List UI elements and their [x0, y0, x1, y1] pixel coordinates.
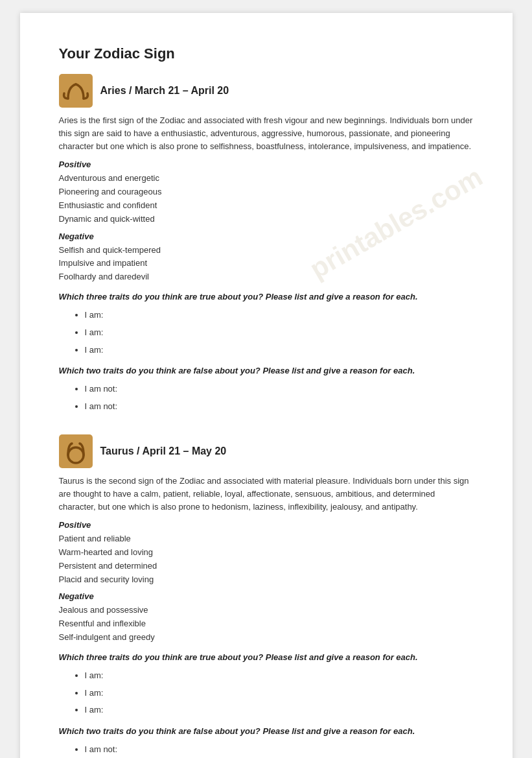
aries-question1: Which three traits do you think are true…: [59, 290, 474, 303]
taurus-negative-traits: Jealous and possessive Resentful and inf…: [59, 604, 474, 644]
trait-item: Patient and reliable: [59, 532, 474, 546]
trait-item: Jealous and possessive: [59, 604, 474, 617]
aries-header: Aries / March 21 – April 20: [59, 74, 474, 108]
aries-symbol-icon: [59, 74, 93, 108]
trait-item: Pioneering and courageous: [59, 185, 474, 199]
list-item: I am:: [85, 307, 474, 324]
aries-section: Aries / March 21 – April 20 Aries is the…: [59, 74, 474, 415]
trait-item: Self-indulgent and greedy: [59, 631, 474, 645]
trait-item: Foolhardy and daredevil: [59, 270, 474, 284]
trait-item: Resentful and inflexible: [59, 617, 474, 631]
aries-description: Aries is the first sign of the Zodiac an…: [59, 114, 474, 153]
taurus-true-answers: I am: I am: I am:: [59, 668, 474, 718]
aries-positive-traits: Adventurous and energetic Pioneering and…: [59, 172, 474, 226]
page: Your Zodiac Sign: [20, 13, 513, 758]
aries-negative-label: Negative: [59, 231, 474, 241]
aries-positive-label: Positive: [59, 160, 474, 169]
trait-item: Selfish and quick-tempered: [59, 244, 474, 257]
aries-question2: Which two traits do you think are false …: [59, 364, 474, 377]
trait-item: Warm-hearted and loving: [59, 546, 474, 560]
list-item: I am:: [85, 702, 474, 718]
trait-item: Impulsive and impatient: [59, 257, 474, 270]
list-item: I am:: [85, 685, 474, 702]
taurus-negative-label: Negative: [59, 591, 474, 601]
taurus-section: Taurus / April 21 – May 20 Taurus is the…: [59, 434, 474, 758]
taurus-positive-label: Positive: [59, 520, 474, 530]
trait-item: Dynamic and quick-witted: [59, 213, 474, 226]
taurus-positive-traits: Patient and reliable Warm-hearted and lo…: [59, 532, 474, 586]
aries-name: Aries / March 21 – April 20: [100, 85, 229, 97]
list-item: I am:: [85, 668, 474, 684]
trait-item: Persistent and determined: [59, 560, 474, 573]
taurus-question1: Which three traits do you think are true…: [59, 651, 474, 664]
trait-item: Enthusiastic and confident: [59, 199, 474, 213]
taurus-description: Taurus is the second sign of the Zodiac …: [59, 475, 474, 514]
list-item: I am:: [85, 325, 474, 341]
taurus-header: Taurus / April 21 – May 20: [59, 434, 474, 468]
svg-rect-0: [59, 74, 93, 108]
taurus-question2: Which two traits do you think are false …: [59, 725, 474, 738]
taurus-name: Taurus / April 21 – May 20: [100, 445, 227, 457]
trait-item: Placid and security loving: [59, 573, 474, 587]
list-item: I am not:: [85, 742, 474, 758]
aries-true-answers: I am: I am: I am:: [59, 307, 474, 358]
taurus-false-answers: I am not: I am not:: [59, 742, 474, 758]
aries-negative-traits: Selfish and quick-tempered Impulsive and…: [59, 244, 474, 284]
trait-item: Adventurous and energetic: [59, 172, 474, 185]
aries-false-answers: I am not: I am not:: [59, 381, 474, 414]
page-title: Your Zodiac Sign: [59, 45, 474, 62]
list-item: I am:: [85, 342, 474, 359]
taurus-symbol-icon: [59, 434, 93, 468]
list-item: I am not:: [85, 381, 474, 397]
list-item: I am not:: [85, 399, 474, 415]
